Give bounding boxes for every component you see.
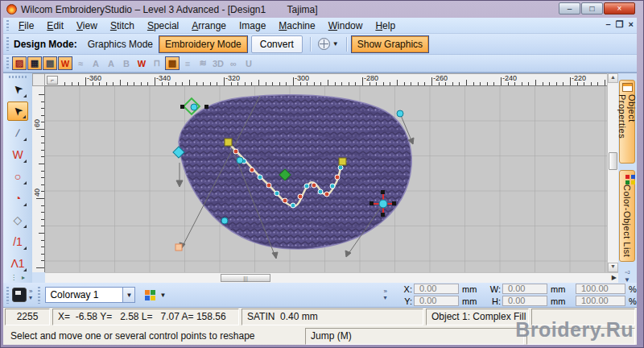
watermark: Broidery.Ru	[515, 318, 634, 342]
h-field[interactable]: 0.00	[502, 296, 547, 306]
ruler-tick	[39, 164, 44, 164]
tab-color-object-list[interactable]: Color-Object List	[619, 170, 635, 262]
horizontal-scrollbar[interactable]: ||| ▶	[45, 272, 618, 283]
toolbar-grip[interactable]	[6, 37, 9, 52]
status-hint: Select and move one or several control p…	[5, 328, 303, 345]
zigzag-fill-icon[interactable]: W	[58, 56, 72, 70]
menu-image[interactable]: Image	[233, 19, 272, 32]
app-flame-icon	[6, 4, 17, 14]
scale-w-field[interactable]: 100.00	[576, 284, 625, 294]
colorway-combobox[interactable]: Colorway 1 ▼	[45, 287, 135, 303]
mode-toolbar: Design Mode: Graphics Mode Embroidery Mo…	[3, 34, 637, 55]
close-button[interactable]: ×	[604, 2, 635, 14]
titlebar[interactable]: Wilcom EmbroideryStudio – Level 3 Advanc…	[3, 1, 637, 18]
hscroll-thumb[interactable]: |||	[221, 274, 270, 282]
horizontal-ruler: ⌐ -360-340-320-300-280-260-240-220	[45, 73, 609, 86]
reshape-tool[interactable]: ➤	[7, 102, 28, 121]
menu-help[interactable]: Help	[369, 19, 402, 32]
menu-stitch[interactable]: Stitch	[104, 19, 141, 32]
satin-fill-icon[interactable]: ▨	[12, 56, 27, 70]
circle-arc-tool[interactable]: ◔	[7, 188, 28, 208]
mdi-minimize-button[interactable]: –	[606, 19, 611, 30]
square-wave-icon[interactable]: ⊓	[150, 56, 164, 70]
stitch-toolbar: ▨▦▩W≈AABW⊓▩≡≋3D∞U	[3, 55, 637, 72]
contour-lines-icon[interactable]: ≡	[180, 56, 195, 70]
x-field[interactable]: 0.00	[414, 284, 459, 294]
ruler-tick	[203, 82, 204, 85]
open-line-tool-icon: /1	[13, 235, 23, 248]
vscroll-thumb[interactable]	[609, 152, 617, 170]
motif-fill-icon[interactable]: ▩	[43, 56, 57, 70]
show-graphics-button[interactable]: Show Graphics	[351, 35, 429, 53]
overflow-button[interactable]: »▾	[384, 288, 387, 301]
hoop-globe-button[interactable]: ▼	[315, 36, 342, 52]
menu-special[interactable]: Special	[141, 19, 185, 32]
window-controls: –□×	[559, 2, 635, 14]
angle-handle-yellow	[225, 139, 232, 146]
ruler-tick	[584, 82, 584, 85]
freehand-tool[interactable]: W	[7, 145, 28, 164]
ruler-tick	[41, 177, 44, 178]
menu-edit[interactable]: Edit	[40, 19, 70, 32]
effect-3d-icon[interactable]: 3D	[211, 56, 225, 70]
ruler-tick	[168, 82, 169, 85]
minimize-button[interactable]: –	[559, 2, 580, 14]
toolbar-grip[interactable]	[6, 57, 9, 69]
chevron-down-icon[interactable]: ▼	[332, 40, 339, 48]
background-disk-icon[interactable]	[12, 288, 27, 302]
ruler-label: -240	[502, 74, 517, 82]
convert-button[interactable]: Convert	[251, 35, 303, 53]
wave-stitch-icon[interactable]: W	[134, 56, 149, 70]
dock-arrows[interactable]: ◅▼	[620, 268, 634, 284]
toolbar-grip[interactable]	[6, 287, 9, 304]
select-tool[interactable]: ➤	[7, 80, 28, 99]
fractal-fill-b-icon[interactable]: A	[104, 56, 118, 70]
embroidery-mode-button[interactable]: Embroidery Mode	[159, 35, 248, 53]
ruler-tick	[376, 82, 377, 85]
ruler-origin-button[interactable]: ⌐	[47, 76, 58, 85]
chevron-down-icon[interactable]: ▼	[159, 292, 166, 299]
scale-h-field[interactable]: 100.00	[576, 296, 625, 306]
tab-object-properties[interactable]: Object Properties	[619, 80, 635, 164]
palette-scroll[interactable]: ⋮▸	[10, 274, 25, 281]
maximize-button[interactable]: □	[581, 2, 603, 14]
menu-view[interactable]: View	[70, 19, 104, 32]
y-field[interactable]: 0.00	[414, 296, 459, 306]
open-line-tool[interactable]: /1	[7, 232, 28, 251]
menu-window[interactable]: Window	[322, 19, 369, 32]
flourish-fill-icon[interactable]: B	[119, 56, 134, 70]
menu-machine[interactable]: Machine	[272, 19, 321, 32]
ruler-tick	[141, 82, 142, 85]
tatami-fill-icon[interactable]: ▦	[27, 56, 42, 70]
toolbar-grip[interactable]	[9, 76, 27, 78]
colorway-palette-icon[interactable]	[145, 290, 150, 295]
trophy-icon[interactable]: U	[242, 56, 256, 70]
ruler-tick	[36, 198, 44, 199]
closed-line-tool[interactable]: Λ1	[7, 254, 28, 273]
pattern-fill-icon[interactable]: ▩	[165, 56, 180, 70]
glasses-icon[interactable]: ∞	[226, 56, 241, 70]
ruler-tick	[85, 77, 86, 85]
ruler-tick	[286, 82, 287, 85]
step-stitch-icon[interactable]: ≈	[73, 56, 88, 70]
vertical-scrollbar[interactable]: ▲ ▼	[607, 73, 618, 272]
toolbar-grip[interactable]	[6, 20, 9, 31]
graphics-mode-button[interactable]: Graphics Mode	[82, 36, 159, 52]
scroll-right-icon[interactable]: ▶	[612, 274, 617, 281]
design-canvas[interactable]	[45, 86, 609, 273]
complex-fill-tool[interactable]: ◇	[7, 210, 28, 230]
scroll-down-icon[interactable]: ▼	[608, 263, 618, 272]
hatch-fill-icon[interactable]: ≋	[196, 56, 210, 70]
mdi-restore-button[interactable]: ❐	[616, 19, 624, 30]
mdi-close-button[interactable]: ×	[629, 19, 634, 30]
closed-object-tool[interactable]: ○	[7, 167, 28, 186]
fractal-fill-a-icon[interactable]: A	[89, 56, 103, 70]
chevron-down-icon[interactable]: ▼	[122, 288, 134, 302]
scroll-up-icon[interactable]: ▲	[608, 73, 618, 83]
w-field[interactable]: 0.00	[502, 284, 547, 294]
menu-arrange[interactable]: Arrange	[185, 19, 233, 32]
menu-file[interactable]: File	[12, 19, 40, 32]
knife-tool[interactable]: /	[7, 123, 28, 143]
overflow-button[interactable]: »▾	[29, 288, 32, 301]
toolbar-grip[interactable]	[38, 287, 40, 304]
